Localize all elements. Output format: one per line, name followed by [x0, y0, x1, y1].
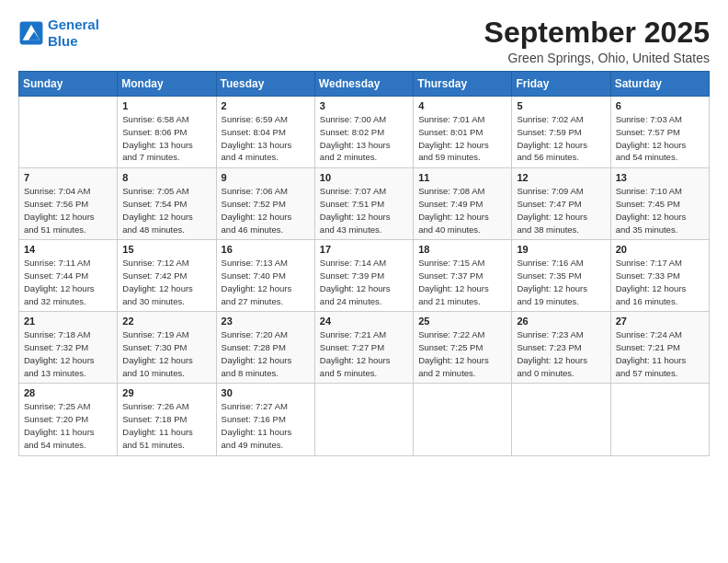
- day-cell: 22Sunrise: 7:19 AMSunset: 7:30 PMDayligh…: [118, 312, 216, 384]
- day-number: 5: [517, 100, 605, 111]
- calendar-title: September 2025: [484, 17, 710, 49]
- day-number: 24: [320, 316, 408, 327]
- day-info: Sunrise: 7:01 AMSunset: 8:01 PMDaylight:…: [418, 113, 506, 164]
- day-cell: 27Sunrise: 7:24 AMSunset: 7:21 PMDayligh…: [610, 312, 709, 384]
- day-cell: 26Sunrise: 7:23 AMSunset: 7:23 PMDayligh…: [512, 312, 610, 384]
- day-number: 23: [222, 316, 310, 327]
- logo-line2: Blue: [48, 33, 78, 49]
- weekday-row: SundayMondayTuesdayWednesdayThursdayFrid…: [19, 72, 710, 97]
- day-info: Sunrise: 7:19 AMSunset: 7:30 PMDaylight:…: [122, 328, 210, 379]
- day-info: Sunrise: 7:03 AMSunset: 7:57 PMDaylight:…: [616, 113, 704, 164]
- day-number: 20: [616, 244, 704, 255]
- day-info: Sunrise: 7:25 AMSunset: 7:20 PMDaylight:…: [24, 400, 112, 451]
- day-cell: 3Sunrise: 7:00 AMSunset: 8:02 PMDaylight…: [314, 97, 413, 168]
- day-info: Sunrise: 7:20 AMSunset: 7:28 PMDaylight:…: [222, 328, 310, 379]
- day-number: 4: [418, 100, 506, 111]
- calendar-subtitle: Green Springs, Ohio, United States: [484, 51, 710, 65]
- day-number: 1: [122, 100, 210, 111]
- day-cell: 13Sunrise: 7:10 AMSunset: 7:45 PMDayligh…: [610, 168, 709, 240]
- day-number: 25: [418, 316, 506, 327]
- day-info: Sunrise: 7:10 AMSunset: 7:45 PMDaylight:…: [616, 185, 704, 236]
- calendar-body: 1Sunrise: 6:58 AMSunset: 8:06 PMDaylight…: [19, 97, 710, 455]
- day-cell: 29Sunrise: 7:26 AMSunset: 7:18 PMDayligh…: [118, 384, 216, 455]
- day-cell: [19, 97, 118, 168]
- day-number: 30: [222, 387, 310, 398]
- weekday-header: Friday: [512, 72, 610, 97]
- day-info: Sunrise: 7:27 AMSunset: 7:16 PMDaylight:…: [222, 400, 310, 451]
- day-number: 17: [320, 244, 408, 255]
- day-number: 7: [24, 172, 112, 183]
- day-info: Sunrise: 7:06 AMSunset: 7:52 PMDaylight:…: [222, 185, 310, 236]
- day-cell: 15Sunrise: 7:12 AMSunset: 7:42 PMDayligh…: [118, 240, 216, 312]
- day-cell: 5Sunrise: 7:02 AMSunset: 7:59 PMDaylight…: [512, 97, 610, 168]
- day-number: 8: [122, 172, 210, 183]
- weekday-header: Monday: [118, 72, 216, 97]
- day-cell: 19Sunrise: 7:16 AMSunset: 7:35 PMDayligh…: [512, 240, 610, 312]
- day-cell: 6Sunrise: 7:03 AMSunset: 7:57 PMDaylight…: [610, 97, 709, 168]
- day-number: 2: [222, 100, 310, 111]
- day-cell: [314, 384, 413, 455]
- calendar-table: SundayMondayTuesdayWednesdayThursdayFrid…: [18, 71, 710, 455]
- logo-text: General Blue: [48, 17, 99, 50]
- day-number: 13: [616, 172, 704, 183]
- day-info: Sunrise: 7:24 AMSunset: 7:21 PMDaylight:…: [616, 328, 704, 379]
- day-info: Sunrise: 7:16 AMSunset: 7:35 PMDaylight:…: [517, 257, 605, 307]
- day-cell: 18Sunrise: 7:15 AMSunset: 7:37 PMDayligh…: [414, 240, 512, 312]
- day-number: 9: [222, 172, 310, 183]
- day-info: Sunrise: 7:14 AMSunset: 7:39 PMDaylight:…: [320, 257, 408, 307]
- day-number: 14: [24, 244, 112, 255]
- day-cell: 8Sunrise: 7:05 AMSunset: 7:54 PMDaylight…: [118, 168, 216, 240]
- day-info: Sunrise: 7:09 AMSunset: 7:47 PMDaylight:…: [517, 185, 605, 236]
- day-info: Sunrise: 7:13 AMSunset: 7:40 PMDaylight:…: [222, 257, 310, 307]
- day-number: 19: [517, 244, 605, 255]
- day-number: 29: [122, 387, 210, 398]
- day-cell: 25Sunrise: 7:22 AMSunset: 7:25 PMDayligh…: [414, 312, 512, 384]
- day-info: Sunrise: 7:22 AMSunset: 7:25 PMDaylight:…: [418, 328, 506, 379]
- calendar-header: SundayMondayTuesdayWednesdayThursdayFrid…: [19, 72, 710, 97]
- day-info: Sunrise: 7:08 AMSunset: 7:49 PMDaylight:…: [418, 185, 506, 236]
- day-info: Sunrise: 7:26 AMSunset: 7:18 PMDaylight:…: [122, 400, 210, 451]
- day-number: 27: [616, 316, 704, 327]
- day-cell: [610, 384, 709, 455]
- day-info: Sunrise: 7:15 AMSunset: 7:37 PMDaylight:…: [418, 257, 506, 307]
- day-info: Sunrise: 7:04 AMSunset: 7:56 PMDaylight:…: [24, 185, 112, 236]
- day-info: Sunrise: 6:58 AMSunset: 8:06 PMDaylight:…: [122, 113, 210, 164]
- day-info: Sunrise: 6:59 AMSunset: 8:04 PMDaylight:…: [222, 113, 310, 164]
- title-block: September 2025 Green Springs, Ohio, Unit…: [484, 17, 710, 65]
- day-number: 28: [24, 387, 112, 398]
- weekday-header: Saturday: [610, 72, 709, 97]
- logo-icon: [18, 20, 44, 46]
- day-info: Sunrise: 7:02 AMSunset: 7:59 PMDaylight:…: [517, 113, 605, 164]
- page: General Blue September 2025 Green Spring…: [0, 0, 728, 563]
- day-info: Sunrise: 7:00 AMSunset: 8:02 PMDaylight:…: [320, 113, 408, 164]
- day-cell: 23Sunrise: 7:20 AMSunset: 7:28 PMDayligh…: [216, 312, 314, 384]
- day-cell: 14Sunrise: 7:11 AMSunset: 7:44 PMDayligh…: [19, 240, 118, 312]
- week-row: 14Sunrise: 7:11 AMSunset: 7:44 PMDayligh…: [19, 240, 710, 312]
- day-info: Sunrise: 7:23 AMSunset: 7:23 PMDaylight:…: [517, 328, 605, 379]
- header: General Blue September 2025 Green Spring…: [18, 17, 710, 65]
- weekday-header: Wednesday: [314, 72, 413, 97]
- day-number: 10: [320, 172, 408, 183]
- week-row: 7Sunrise: 7:04 AMSunset: 7:56 PMDaylight…: [19, 168, 710, 240]
- day-cell: 30Sunrise: 7:27 AMSunset: 7:16 PMDayligh…: [216, 384, 314, 455]
- day-info: Sunrise: 7:07 AMSunset: 7:51 PMDaylight:…: [320, 185, 408, 236]
- weekday-header: Sunday: [19, 72, 118, 97]
- logo: General Blue: [18, 17, 99, 50]
- day-cell: 1Sunrise: 6:58 AMSunset: 8:06 PMDaylight…: [118, 97, 216, 168]
- day-number: 11: [418, 172, 506, 183]
- day-number: 26: [517, 316, 605, 327]
- week-row: 1Sunrise: 6:58 AMSunset: 8:06 PMDaylight…: [19, 97, 710, 168]
- weekday-header: Thursday: [414, 72, 512, 97]
- day-number: 16: [222, 244, 310, 255]
- day-cell: 11Sunrise: 7:08 AMSunset: 7:49 PMDayligh…: [414, 168, 512, 240]
- day-number: 3: [320, 100, 408, 111]
- day-cell: 12Sunrise: 7:09 AMSunset: 7:47 PMDayligh…: [512, 168, 610, 240]
- day-number: 18: [418, 244, 506, 255]
- day-cell: 4Sunrise: 7:01 AMSunset: 8:01 PMDaylight…: [414, 97, 512, 168]
- day-cell: 17Sunrise: 7:14 AMSunset: 7:39 PMDayligh…: [314, 240, 413, 312]
- day-info: Sunrise: 7:05 AMSunset: 7:54 PMDaylight:…: [122, 185, 210, 236]
- day-info: Sunrise: 7:18 AMSunset: 7:32 PMDaylight:…: [24, 328, 112, 379]
- day-info: Sunrise: 7:11 AMSunset: 7:44 PMDaylight:…: [24, 257, 112, 307]
- day-number: 12: [517, 172, 605, 183]
- day-cell: [512, 384, 610, 455]
